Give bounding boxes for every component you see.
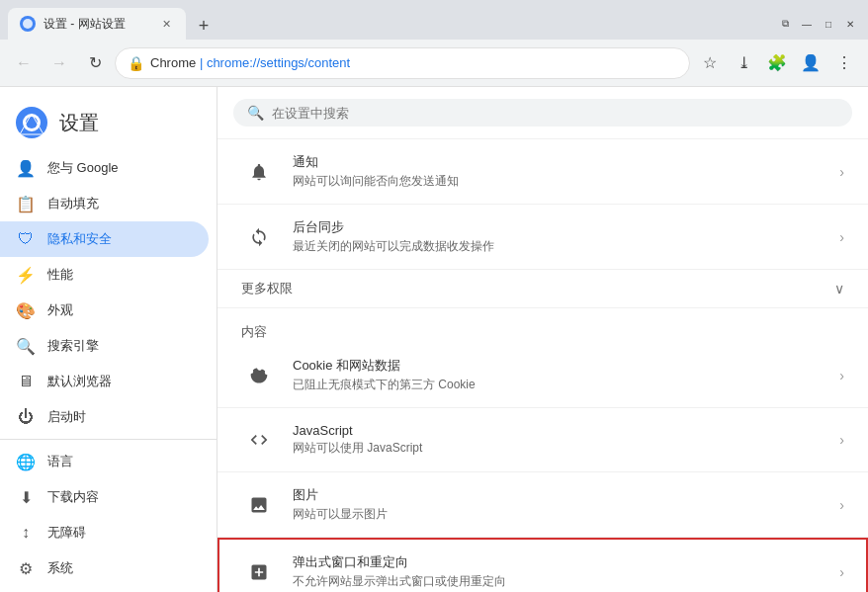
images-arrow: › — [839, 497, 844, 513]
search-engine-icon: 🔍 — [16, 336, 36, 356]
images-content: 图片 网站可以显示图片 — [293, 486, 839, 523]
images-subtitle: 网站可以显示图片 — [293, 506, 839, 523]
sidebar-item-browser[interactable]: 🖥 默认浏览器 — [0, 364, 209, 399]
images-icon — [241, 487, 277, 523]
toolbar: ← → ↻ 🔒 Chrome | chrome://settings/conte… — [0, 40, 868, 87]
browser-frame: 设置 - 网站设置 ✕ + ⧉ — □ ✕ ← → ↻ 🔒 Chrome | c… — [0, 0, 868, 592]
content-label: 内容 — [241, 324, 267, 339]
address-text: Chrome | chrome://settings/content — [150, 55, 677, 70]
javascript-subtitle: 网站可以使用 JavaScript — [293, 440, 839, 457]
download-icon-button[interactable]: ⤓ — [728, 47, 759, 79]
notifications-subtitle: 网站可以询问能否向您发送通知 — [293, 173, 839, 190]
sidebar-label-appearance: 外观 — [47, 301, 73, 319]
images-title: 图片 — [293, 486, 839, 504]
performance-icon: ⚡ — [16, 265, 36, 285]
reload-button[interactable]: ↻ — [79, 47, 111, 79]
settings-search-bar[interactable]: 🔍 — [233, 99, 852, 127]
sidebar-item-autofill[interactable]: 📋 自动填充 — [0, 186, 209, 221]
popups-icon — [241, 554, 277, 590]
sidebar-item-startup[interactable]: ⏻ 启动时 — [0, 399, 209, 435]
tab-close-button[interactable]: ✕ — [158, 16, 174, 32]
sidebar: 设置 👤 您与 Google 📋 自动填充 🛡 隐私和安全 ⚡ 性能 🎨 外观 — [0, 87, 217, 592]
accessibility-icon: ↕ — [16, 523, 36, 543]
main-panel: 🔍 通知 网站可以询问能否向您发送通知 › — [217, 87, 868, 592]
sidebar-label-downloads: 下载内容 — [47, 488, 99, 506]
address-separator: | — [200, 55, 207, 70]
menu-button[interactable]: ⋮ — [828, 47, 860, 79]
sidebar-item-privacy[interactable]: 🛡 隐私和安全 — [0, 221, 209, 257]
content-area: 设置 👤 您与 Google 📋 自动填充 🛡 隐私和安全 ⚡ 性能 🎨 外观 — [0, 87, 868, 592]
forward-button[interactable]: → — [43, 47, 75, 79]
tab-favicon — [20, 16, 36, 32]
sidebar-item-language[interactable]: 🌐 语言 — [0, 444, 209, 479]
notifications-content: 通知 网站可以询问能否向您发送通知 — [293, 153, 839, 190]
startup-icon: ⏻ — [16, 407, 36, 427]
background-sync-subtitle: 最近关闭的网站可以完成数据收发操作 — [293, 238, 839, 255]
more-permissions-arrow: ∨ — [834, 281, 844, 296]
extensions-button[interactable]: 🧩 — [761, 47, 793, 79]
privacy-icon: 🛡 — [16, 229, 36, 249]
popups-subtitle: 不允许网站显示弹出式窗口或使用重定向 — [293, 573, 839, 590]
cookies-icon — [241, 358, 277, 393]
new-tab-button[interactable]: + — [190, 12, 217, 40]
sidebar-label-search: 搜索引擎 — [47, 337, 99, 355]
system-icon: ⚙ — [16, 558, 36, 578]
sidebar-label-browser: 默认浏览器 — [47, 373, 112, 390]
sidebar-item-appearance[interactable]: 🎨 外观 — [0, 293, 209, 328]
settings-row-background-sync[interactable]: 后台同步 最近关闭的网站可以完成数据收发操作 › — [217, 205, 868, 270]
close-button[interactable]: ✕ — [840, 14, 860, 34]
language-icon: 🌐 — [16, 452, 36, 471]
settings-row-popups[interactable]: 弹出式窗口和重定向 不允许网站显示弹出式窗口或使用重定向 › — [217, 538, 868, 592]
background-sync-arrow: › — [839, 229, 844, 245]
sidebar-item-google[interactable]: 👤 您与 Google — [0, 150, 209, 186]
popups-title: 弹出式窗口和重定向 — [293, 553, 839, 571]
sidebar-item-accessibility[interactable]: ↕ 无障碍 — [0, 515, 209, 550]
google-icon: 👤 — [16, 158, 36, 178]
settings-row-notifications[interactable]: 通知 网站可以询问能否向您发送通知 › — [217, 139, 868, 205]
more-permissions-section[interactable]: 更多权限 ∨ — [217, 270, 868, 308]
address-url: chrome://settings/content — [207, 55, 350, 70]
svg-point-0 — [23, 19, 33, 29]
chrome-logo — [16, 107, 47, 138]
sidebar-divider — [0, 439, 217, 440]
sidebar-item-reset[interactable]: ↺ 重置设置 — [0, 586, 209, 592]
search-input[interactable] — [272, 106, 838, 121]
javascript-content: JavaScript 网站可以使用 JavaScript — [293, 423, 839, 457]
sidebar-item-system[interactable]: ⚙ 系统 — [0, 550, 209, 586]
downloads-icon: ⬇ — [16, 487, 36, 507]
background-sync-content: 后台同步 最近关闭的网站可以完成数据收发操作 — [293, 218, 839, 255]
cookies-title: Cookie 和网站数据 — [293, 357, 839, 375]
sidebar-label-startup: 启动时 — [47, 408, 86, 426]
minimize-button[interactable]: — — [797, 14, 817, 34]
back-button[interactable]: ← — [8, 47, 40, 79]
active-tab[interactable]: 设置 - 网站设置 ✕ — [8, 8, 186, 40]
cookies-subtitle: 已阻止无痕模式下的第三方 Cookie — [293, 377, 839, 393]
sidebar-item-downloads[interactable]: ⬇ 下载内容 — [0, 479, 209, 515]
notifications-arrow: › — [839, 164, 844, 180]
notifications-icon — [241, 154, 277, 190]
sidebar-item-search[interactable]: 🔍 搜索引擎 — [0, 328, 209, 364]
sidebar-header: 设置 — [0, 95, 217, 150]
popups-content: 弹出式窗口和重定向 不允许网站显示弹出式窗口或使用重定向 — [293, 553, 839, 590]
address-bar[interactable]: 🔒 Chrome | chrome://settings/content — [115, 47, 690, 79]
javascript-icon — [241, 422, 277, 458]
profile-button[interactable]: 👤 — [795, 47, 826, 79]
maximize-button[interactable]: □ — [819, 14, 838, 34]
settings-row-javascript[interactable]: JavaScript 网站可以使用 JavaScript › — [217, 408, 868, 472]
toolbar-actions: ☆ ⤓ 🧩 👤 ⋮ — [694, 47, 860, 79]
sidebar-item-performance[interactable]: ⚡ 性能 — [0, 257, 209, 293]
sidebar-label-system: 系统 — [47, 559, 73, 577]
sidebar-label-accessibility: 无障碍 — [47, 524, 86, 542]
windows-icon: ⧉ — [775, 14, 795, 34]
search-icon: 🔍 — [247, 105, 264, 121]
autofill-icon: 📋 — [16, 194, 36, 213]
background-sync-icon — [241, 219, 277, 255]
settings-row-images[interactable]: 图片 网站可以显示图片 › — [217, 472, 868, 538]
cookies-arrow: › — [839, 368, 844, 383]
sidebar-label-autofill: 自动填充 — [47, 195, 99, 212]
sidebar-label-privacy: 隐私和安全 — [47, 230, 112, 248]
browser-icon: 🖥 — [16, 372, 36, 391]
bookmark-button[interactable]: ☆ — [694, 47, 726, 79]
settings-row-cookies[interactable]: Cookie 和网站数据 已阻止无痕模式下的第三方 Cookie › — [217, 343, 868, 408]
cookies-content: Cookie 和网站数据 已阻止无痕模式下的第三方 Cookie — [293, 357, 839, 393]
